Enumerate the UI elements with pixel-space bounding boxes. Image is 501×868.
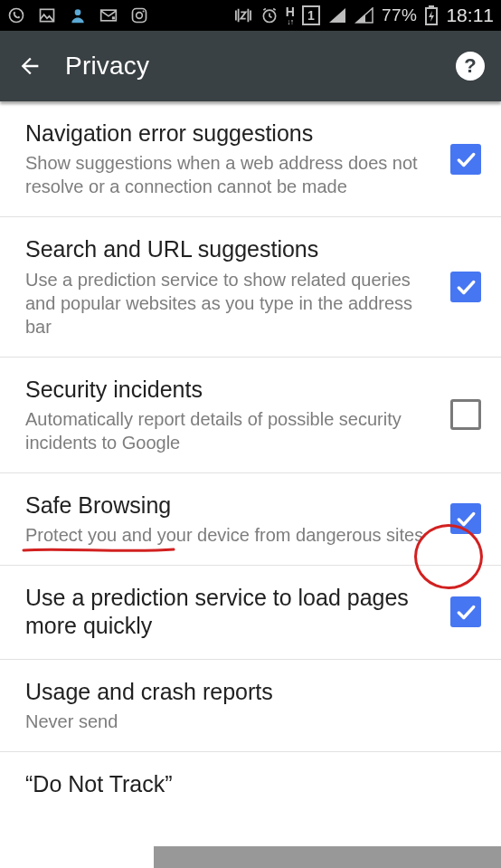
mail-icon (99, 6, 118, 24)
setting-text: Usage and crash reportsNever send (25, 678, 481, 733)
setting-title: Usage and crash reports (25, 678, 481, 706)
scroll-indicator (154, 846, 501, 868)
alarm-icon (260, 6, 279, 24)
picture-icon (38, 6, 56, 24)
svg-point-6 (143, 10, 145, 12)
setting-text: Use a prediction service to load pages m… (25, 584, 438, 641)
setting-safe-browsing[interactable]: Safe BrowsingProtect you and your device… (0, 473, 501, 566)
setting-subtitle: Use a prediction service to show related… (25, 268, 438, 339)
setting-usage-crash[interactable]: Usage and crash reportsNever send (0, 660, 501, 752)
help-button[interactable]: ? (456, 52, 485, 81)
setting-title: Search and URL suggestions (25, 235, 438, 263)
person-icon (69, 6, 87, 24)
status-bar: H ↓↑ 1 77% 18:11 (0, 0, 501, 31)
back-button[interactable] (16, 52, 43, 80)
setting-title: “Do Not Track” (25, 770, 481, 798)
setting-subtitle: Never send (25, 710, 481, 733)
settings-list: Navigation error suggestionsShow suggest… (0, 101, 501, 804)
setting-text: Navigation error suggestionsShow suggest… (25, 119, 438, 198)
setting-security-incidents[interactable]: Security incidentsAutomatically report d… (0, 358, 501, 473)
svg-point-5 (137, 13, 143, 19)
setting-title: Security incidents (25, 376, 438, 404)
page-title: Privacy (65, 52, 434, 81)
setting-do-not-track[interactable]: “Do Not Track” (0, 752, 501, 804)
setting-prediction-load[interactable]: Use a prediction service to load pages m… (0, 566, 501, 660)
setting-text: “Do Not Track” (25, 770, 481, 798)
checkbox-search-url[interactable] (450, 272, 481, 302)
setting-subtitle: Protect you and your device from dangero… (25, 523, 438, 547)
setting-text: Safe BrowsingProtect you and your device… (25, 491, 438, 547)
instagram-icon (130, 6, 148, 24)
viber-icon (7, 6, 25, 24)
setting-search-url[interactable]: Search and URL suggestionsUse a predicti… (0, 217, 501, 357)
battery-charging-icon (424, 5, 439, 25)
sim-badge: 1 (302, 5, 320, 25)
setting-text: Security incidentsAutomatically report d… (25, 376, 438, 454)
battery-percent: 77% (382, 5, 418, 25)
setting-nav-error[interactable]: Navigation error suggestionsShow suggest… (0, 101, 501, 217)
setting-text: Search and URL suggestionsUse a predicti… (25, 235, 438, 338)
status-left (7, 6, 224, 24)
svg-point-0 (10, 9, 24, 23)
signal-icon-1 (327, 7, 347, 24)
app-bar: Privacy ? (0, 31, 501, 101)
network-type-label: H ↓↑ (286, 5, 295, 26)
checkbox-prediction-load[interactable] (450, 596, 481, 627)
checkbox-nav-error[interactable] (450, 144, 481, 175)
checkbox-security-incidents[interactable] (450, 399, 481, 430)
vibrate-icon (233, 7, 253, 24)
setting-title: Use a prediction service to load pages m… (25, 584, 438, 641)
setting-subtitle: Show suggestions when a web address does… (25, 151, 438, 198)
setting-subtitle: Automatically report details of possible… (25, 407, 438, 454)
checkbox-safe-browsing[interactable] (450, 503, 481, 534)
setting-title: Navigation error suggestions (25, 119, 438, 148)
svg-rect-9 (429, 5, 434, 8)
svg-point-2 (75, 9, 81, 15)
setting-title: Safe Browsing (25, 491, 438, 520)
clock: 18:11 (446, 5, 494, 26)
signal-icon-2 (354, 7, 374, 24)
status-right: H ↓↑ 1 77% 18:11 (233, 5, 494, 26)
